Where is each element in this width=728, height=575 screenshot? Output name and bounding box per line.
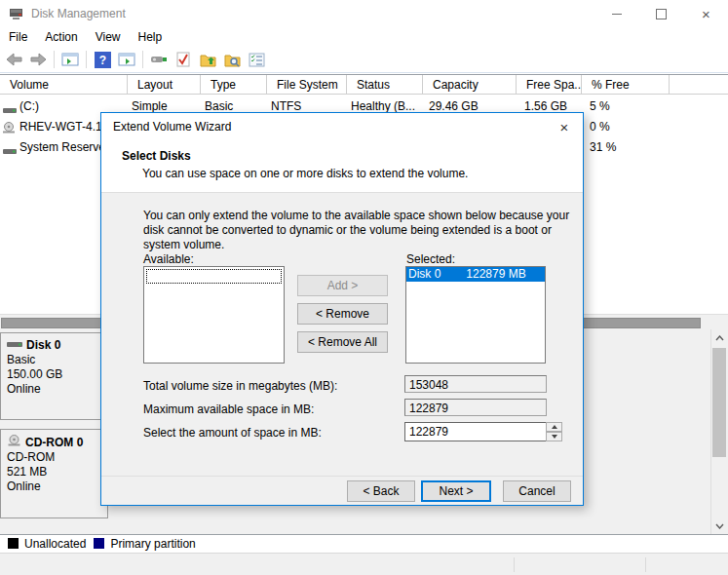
menu-help[interactable]: Help (130, 28, 172, 46)
next-button[interactable]: Next > (421, 480, 491, 502)
dialog-header: Select Disks You can use space on one or… (101, 140, 583, 193)
remote-connect-icon[interactable] (150, 51, 168, 68)
remove-button[interactable]: < Remove (297, 303, 388, 325)
disk-kind: Basic (7, 353, 107, 367)
disk0-info-cell[interactable]: Disk 0 Basic 150.00 GB Online (0, 332, 108, 420)
disk-size: 150.00 GB (7, 367, 107, 382)
spin-up-icon[interactable] (546, 422, 562, 432)
available-listbox[interactable] (143, 266, 285, 364)
add-button: Add > (297, 275, 388, 296)
volume-pctfree: 0 % (590, 117, 648, 137)
volume-pctfree: 31 % (590, 137, 648, 158)
title-bar: Disk Management × (0, 0, 728, 27)
check-disk-icon[interactable] (174, 51, 192, 68)
col-header-volume[interactable]: Volume (0, 75, 128, 95)
amount-spinner (546, 422, 562, 441)
menu-action[interactable]: Action (36, 28, 86, 46)
statusbar-divider (514, 557, 515, 572)
wizard-step-heading: Select Disks (122, 149, 191, 163)
wizard-step-subheading: You can use space on one or more disks t… (142, 167, 468, 180)
disk-title: Disk 0 (26, 338, 60, 353)
selected-disk-size: 122879 MB (466, 267, 525, 282)
disk-status: Online (7, 382, 107, 397)
dialog-footer-divider (101, 476, 583, 477)
max-space-field: 122879 (404, 399, 547, 416)
toolbar-separator (54, 51, 55, 68)
extend-volume-wizard-dialog: Extend Volume Wizard × Select Disks You … (100, 112, 584, 506)
total-size-label: Total volume size in megabytes (MB): (143, 379, 337, 393)
selected-disk-item[interactable]: Disk 0 122879 MB (406, 267, 545, 282)
toolbar-separator (142, 51, 143, 68)
amount-label: Select the amount of space in MB: (143, 426, 322, 440)
cancel-button[interactable]: Cancel (503, 480, 571, 502)
help-icon[interactable]: ? (94, 51, 111, 68)
remove-all-button[interactable]: < Remove All (297, 331, 388, 353)
disk-status: Online (7, 479, 107, 494)
dialog-close-icon[interactable]: × (554, 117, 575, 136)
col-header-pctfree[interactable]: % Free (582, 75, 670, 95)
svg-text:?: ? (98, 54, 105, 67)
amount-input[interactable]: 122879 (404, 422, 547, 441)
menu-bar: File Action View Help (0, 27, 728, 47)
max-space-label: Maximum available space in MB: (143, 402, 314, 416)
window-title: Disk Management (31, 7, 126, 20)
spin-down-icon[interactable] (546, 432, 562, 441)
legend-bar: Unallocated Primary partition (0, 534, 728, 552)
col-header-filler (670, 75, 728, 95)
forward-icon[interactable] (29, 51, 47, 68)
back-icon[interactable] (5, 51, 22, 68)
show-action-pane-icon[interactable] (118, 51, 135, 68)
col-header-status[interactable]: Status (347, 75, 423, 95)
available-label: Available: (143, 252, 194, 266)
toolbar: ? (0, 47, 728, 73)
back-button[interactable]: < Back (347, 480, 415, 502)
col-header-layout[interactable]: Layout (128, 75, 201, 95)
disk-size: 521 MB (7, 465, 107, 479)
statusbar-divider (645, 557, 646, 572)
selected-listbox[interactable]: Disk 0 122879 MB (405, 266, 546, 364)
col-header-freespace[interactable]: Free Spa... (517, 75, 582, 95)
disk-icon (7, 338, 22, 353)
app-icon (8, 5, 25, 22)
selected-disk-name: Disk 0 (408, 267, 441, 282)
minimize-button[interactable] (594, 0, 638, 27)
status-bar (0, 553, 728, 575)
checklist-icon[interactable] (248, 51, 265, 68)
dialog-title-bar: Extend Volume Wizard × (101, 113, 583, 140)
col-header-capacity[interactable]: Capacity (423, 75, 517, 95)
close-button[interactable]: × (684, 0, 728, 27)
unallocated-label: Unallocated (24, 537, 86, 551)
primary-partition-label: Primary partition (110, 537, 195, 551)
disk-volume-icon (3, 142, 19, 163)
vertical-scrollbar[interactable] (710, 329, 727, 534)
disk-kind: CD-ROM (7, 450, 107, 465)
selected-label: Selected: (406, 252, 455, 266)
scroll-down-icon[interactable] (711, 518, 727, 534)
volume-pctfree: 5 % (590, 96, 648, 117)
wizard-body-text: You can only extend the volume to the av… (143, 209, 576, 252)
total-size-field: 153048 (404, 375, 547, 393)
col-header-filesystem[interactable]: File System (267, 75, 347, 95)
maximize-button[interactable] (639, 0, 683, 27)
folder-search-icon[interactable] (223, 51, 241, 68)
toolbar-separator (86, 51, 87, 68)
disk-title: CD-ROM 0 (25, 436, 83, 450)
cd-icon (7, 435, 21, 450)
col-header-type[interactable]: Type (201, 75, 267, 95)
scroll-up-icon[interactable] (711, 329, 727, 346)
folder-up-icon[interactable] (199, 51, 216, 68)
vertical-scrollbar-thumb[interactable] (712, 348, 726, 457)
unallocated-swatch (8, 538, 19, 549)
listbox-focus-rect (146, 269, 282, 284)
disk-management-window: Disk Management × File Action View Help … (0, 0, 728, 575)
menu-view[interactable]: View (87, 28, 130, 46)
dialog-title: Extend Volume Wizard (113, 120, 231, 134)
menu-file[interactable]: File (0, 28, 36, 46)
primary-partition-swatch (94, 538, 104, 549)
cdrom0-info-cell[interactable]: CD-ROM 0 CD-ROM 521 MB Online (0, 429, 108, 518)
show-console-tree-icon[interactable] (61, 51, 79, 68)
